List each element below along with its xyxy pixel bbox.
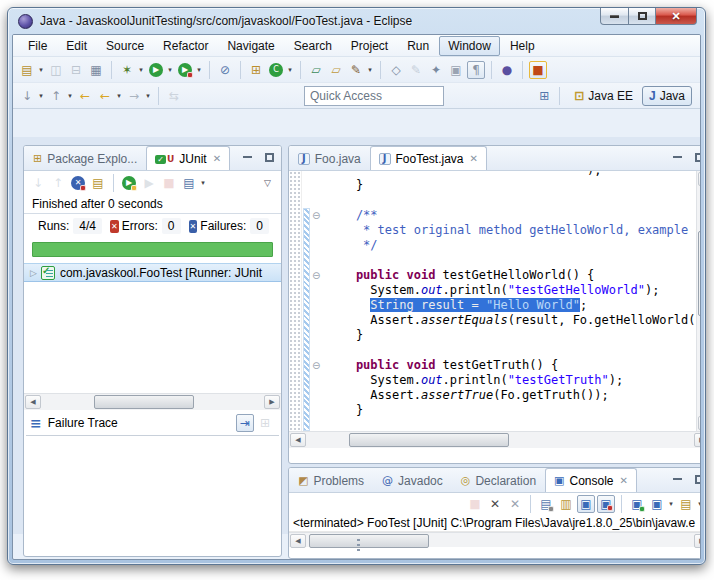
back-icon[interactable]: ← [96,87,114,105]
scroll-down-button[interactable]: ▼ [698,416,701,430]
perspective-java[interactable]: JJava [642,86,692,106]
show-on-stdout-icon[interactable]: ▣ [577,495,595,513]
menu-run[interactable]: Run [398,36,438,56]
code-line[interactable] [289,253,696,268]
last-edit-location-icon[interactable]: ← [76,87,94,105]
mark-occurrences-icon[interactable]: ▣ [447,61,465,79]
skip-all-breakpoints-icon[interactable]: ⊘ [216,61,234,79]
tab-package-explo-[interactable]: ⊞Package Explo... [24,146,146,170]
new-wizard-dropdown-arrow[interactable]: ▾ [37,66,45,74]
menu-file[interactable]: File [19,36,56,56]
minimize-view-button[interactable] [669,472,685,486]
show-failures-only-icon[interactable]: ✕ [69,174,87,192]
code-line[interactable]: String result = "Hello World"; [289,298,696,313]
junit-test-tree[interactable]: ▷com.javaskool.FooTest [Runner: JUnit [24,263,281,393]
sash-grip[interactable] [357,539,360,554]
code-line[interactable]: Assert.assertTrue(Fo.getTruth()); [289,388,696,403]
test-run-history-dropdown-arrow[interactable]: ▾ [199,179,207,187]
open-console-dropdown-arrow[interactable]: ▾ [696,500,701,508]
menu-edit[interactable]: Edit [57,36,96,56]
eclipse-marketplace-icon[interactable]: ● [498,61,516,79]
menu-help[interactable]: Help [501,36,544,56]
code-line[interactable] [289,343,696,358]
scroll-right-button[interactable]: ▶ [694,433,701,447]
fold-collapse-icon[interactable]: ⊖ [312,208,320,223]
new-wizard-icon[interactable]: ▤ [18,61,36,79]
tab-junit[interactable]: ✓UJUnit✕ [146,146,230,170]
display-selected-console-icon[interactable]: ▣ [648,495,666,513]
scroll-lock-icon[interactable]: ▥ [557,495,575,513]
open-console-icon[interactable]: ▤ [677,495,695,513]
scroll-right-button[interactable]: ▶ [264,395,280,409]
code-line[interactable] [289,193,696,208]
menu-source[interactable]: Source [97,36,153,56]
menu-navigate[interactable]: Navigate [218,36,283,56]
remove-launch-icon[interactable]: ✕ [486,495,504,513]
menu-window[interactable]: Window [439,36,500,56]
show-on-stderr-icon[interactable]: ▣ [597,495,615,513]
run-external-dropdown-arrow[interactable]: ▾ [195,66,203,74]
code-line[interactable]: ⊖ public void testGetTruth() { [289,358,696,373]
scroll-thumb[interactable] [94,395,194,409]
last-edit-location-mark-icon[interactable]: ■ [529,61,547,79]
next-annotation-nav-dropdown-arrow[interactable]: ▾ [37,92,45,100]
titlebar[interactable]: Java - JavaskoolJunitTesting/src/com/jav… [8,8,705,34]
scroll-left-button[interactable]: ◀ [290,433,306,447]
tab-problems[interactable]: ◩Problems [289,468,373,492]
show-whitespace-icon[interactable]: ¶ [467,61,485,79]
back-dropdown-arrow[interactable]: ▾ [115,92,123,100]
clear-console-icon[interactable]: ▤ [537,495,555,513]
menu-project[interactable]: Project [342,36,397,56]
debug-dropdown-arrow[interactable]: ▾ [137,66,145,74]
tab-console[interactable]: ▣Console✕ [545,468,637,492]
code-line[interactable]: ); [289,171,696,178]
close-button[interactable]: ✕ [656,8,697,25]
expand-twisty-icon[interactable]: ▷ [30,268,37,278]
editor-vscrollbar[interactable]: ▲ ▼ [696,171,701,431]
code-line[interactable]: } [289,178,696,193]
code-line[interactable]: ⊖ public void testGetHelloWorld() { [289,268,696,283]
print-icon[interactable]: ▦ [87,61,105,79]
format-icon[interactable]: ✎ [347,61,365,79]
scroll-thumb[interactable] [349,433,509,447]
menu-refactor[interactable]: Refactor [154,36,217,56]
open-perspective-button[interactable]: ⊞ [535,87,553,105]
test-run-history-icon[interactable]: ▤ [180,174,198,192]
forward-dropdown-arrow[interactable]: ▾ [144,92,152,100]
maximize-view-button[interactable] [261,150,277,164]
format-dropdown-arrow[interactable]: ▾ [366,66,374,74]
show-trace-in-console-icon[interactable]: ⇥ [236,414,254,432]
debug-icon[interactable]: ✶ [118,61,136,79]
code-line[interactable] [289,418,696,431]
maximize-view-button[interactable] [691,472,701,486]
previous-annotation-nav-icon[interactable]: ↑ [47,87,65,105]
rerun-test-icon[interactable]: ▶ [120,174,138,192]
next-annotation-nav-icon[interactable]: ↓ [18,87,36,105]
minimize-button[interactable] [600,8,629,25]
tab-javadoc[interactable]: @Javadoc [373,468,452,492]
run-dropdown-arrow[interactable]: ▾ [166,66,174,74]
code-line[interactable]: System.out.println("testGetHelloWorld"); [289,283,696,298]
display-selected-console-dropdown-arrow[interactable]: ▾ [667,500,675,508]
test-scroll-lock-icon[interactable]: ▤ [89,174,107,192]
new-java-class-dropdown-arrow[interactable]: ▾ [286,66,294,74]
menu-search[interactable]: Search [285,36,341,56]
code-line[interactable]: */ [289,238,696,253]
tab-declaration[interactable]: ◎Declaration [452,468,545,492]
quick-access-input[interactable] [304,86,444,106]
open-task-icon[interactable]: ▱ [307,61,325,79]
close-tab-icon[interactable]: ✕ [620,475,628,486]
remove-all-terminated-icon[interactable]: ✕ [506,495,524,513]
perspective-java-ee[interactable]: ⊡Java EE [567,86,640,106]
editor-hscrollbar[interactable]: ◀ ▶ [289,431,701,448]
scroll-left-button[interactable]: ◀ [25,395,41,409]
editor-tab-foo-java[interactable]: JFoo.java [289,146,370,170]
external-tools-icon[interactable]: ✦ [427,61,445,79]
fold-collapse-icon[interactable]: ⊖ [312,358,320,373]
scroll-up-button[interactable]: ▲ [698,172,701,186]
next-annotation-icon[interactable]: ◇ [387,61,405,79]
fold-collapse-icon[interactable]: ⊖ [312,268,320,283]
code-line[interactable]: * test original method getHelloWorld, ex… [289,223,696,238]
minimize-view-button[interactable] [669,150,685,164]
open-resource-icon[interactable]: ▱ [327,61,345,79]
